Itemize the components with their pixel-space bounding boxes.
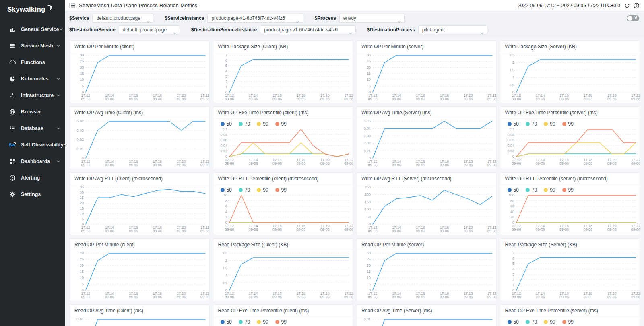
chevron-down-icon bbox=[397, 17, 401, 25]
legend-item-70[interactable]: 70 bbox=[526, 187, 537, 193]
legend-item-90[interactable]: 90 bbox=[257, 319, 268, 325]
chart-canvas[interactable]: 05101520253017:1209-0617:1409-0617:1609-… bbox=[357, 250, 496, 301]
destination-process-select[interactable]: pilot-agent bbox=[418, 25, 487, 34]
legend-dot bbox=[275, 122, 279, 126]
legend-item-99[interactable]: 99 bbox=[275, 121, 287, 127]
sidebar-item-alerting[interactable]: Alerting bbox=[0, 169, 65, 186]
legend-item-50[interactable]: 50 bbox=[221, 187, 232, 193]
legend-item-50[interactable]: 50 bbox=[221, 319, 232, 325]
svg-text:2: 2 bbox=[512, 278, 514, 282]
view-toggle[interactable]: V bbox=[627, 15, 639, 21]
legend-item-70[interactable]: 70 bbox=[239, 319, 250, 325]
svg-text:09-06: 09-06 bbox=[200, 229, 209, 233]
legend-item-90[interactable]: 90 bbox=[544, 121, 555, 127]
chart-canvas[interactable]: 00.010.020.030.0417:1209-0617:1409-0617:… bbox=[70, 118, 209, 169]
chart-canvas[interactable]: 0510152025303517:1209-0617:1409-0617:160… bbox=[70, 184, 209, 235]
svg-text:0.01: 0.01 bbox=[76, 147, 83, 151]
chart-canvas[interactable]: 05010015020025017:1209-0617:1409-0617:16… bbox=[357, 184, 496, 235]
svg-text:09-06: 09-06 bbox=[631, 295, 640, 299]
sidebar-item-database[interactable]: Database bbox=[0, 120, 65, 136]
svg-text:09-06: 09-06 bbox=[296, 295, 305, 299]
svg-text:25: 25 bbox=[367, 257, 371, 261]
chart-title: Write OP RTT Percentile (client) (micros… bbox=[213, 173, 353, 184]
chart-canvas[interactable]: 00.0117:1209-0617:1409-0617:1609-0617:18… bbox=[70, 316, 209, 326]
legend-item-99[interactable]: 99 bbox=[562, 121, 574, 127]
chart-canvas[interactable]: 05101520253017:1209-0617:1409-0617:1609-… bbox=[70, 52, 209, 103]
legend-item-90[interactable]: 90 bbox=[257, 121, 268, 127]
sidebar-item-dashboards[interactable]: Dashboards bbox=[0, 153, 65, 169]
app-logo[interactable]: Skywalking bbox=[0, 0, 65, 21]
legend-item-90[interactable]: 90 bbox=[544, 319, 555, 325]
chart-canvas[interactable]: 05101520253017:1209-0617:1409-0617:1609-… bbox=[70, 250, 209, 301]
legend-item-50[interactable]: 50 bbox=[221, 121, 232, 127]
chart-canvas[interactable]: 0123456717:1209-0617:1409-0617:1609-0617… bbox=[500, 250, 640, 301]
service-instance-select[interactable]: productpage-v1-6b746f74dc-v4fz6 bbox=[207, 14, 303, 23]
refresh-icon[interactable] bbox=[624, 3, 630, 8]
chart-canvas[interactable]: 00.020.040.060.080.117:1209-0617:1409-06… bbox=[500, 127, 640, 167]
chart-canvas[interactable]: 00.511.522.517:1209-0617:1409-0617:1609-… bbox=[213, 250, 353, 301]
svg-text:10: 10 bbox=[80, 78, 84, 82]
sidebar-item-service-mesh[interactable]: Service Mesh bbox=[0, 37, 65, 54]
legend-item-99[interactable]: 99 bbox=[562, 319, 574, 325]
time-range-picker[interactable]: 2022-09-06 17:12 ~ 2022-09-06 17:22 UTC+… bbox=[518, 3, 620, 8]
legend-item-70[interactable]: 70 bbox=[239, 187, 250, 193]
destination-service-instance-select[interactable]: productpage-v1-6b746f74dc-v4fz6 bbox=[260, 25, 356, 34]
grid-icon bbox=[9, 158, 16, 165]
legend-item-70[interactable]: 70 bbox=[239, 121, 250, 127]
legend-dot bbox=[275, 188, 279, 192]
svg-text:09-06: 09-06 bbox=[129, 97, 138, 101]
legend-item-70[interactable]: 70 bbox=[526, 319, 537, 325]
destination-service-select[interactable]: default::productpage bbox=[119, 25, 180, 34]
service-filter-label: $Service bbox=[69, 15, 89, 21]
legend-dot bbox=[526, 320, 530, 324]
svg-text:09-06: 09-06 bbox=[487, 97, 496, 101]
svg-text:10: 10 bbox=[367, 276, 371, 280]
sidebar-item-kubernetes[interactable]: Kubernetes bbox=[0, 70, 65, 87]
info-icon[interactable] bbox=[634, 3, 639, 8]
legend-item-99[interactable]: 99 bbox=[562, 187, 574, 193]
legend-item-70[interactable]: 70 bbox=[526, 121, 537, 127]
chart-canvas[interactable]: 00.0117:1209-0617:1409-0617:1609-0617:18… bbox=[357, 316, 496, 326]
svg-text:09-06: 09-06 bbox=[535, 295, 545, 299]
chart-canvas[interactable]: 05101520253017:1209-0617:1409-0617:1609-… bbox=[357, 52, 496, 103]
chevron-down-icon bbox=[296, 17, 300, 25]
sidebar-collapse-icon[interactable] bbox=[69, 3, 75, 8]
chart-canvas[interactable]: 00.010.020.030.040.0517:1209-0617:1409-0… bbox=[357, 118, 496, 169]
legend-item-99[interactable]: 99 bbox=[275, 319, 287, 325]
svg-text:0.05: 0.05 bbox=[363, 119, 370, 123]
legend-item-50[interactable]: 50 bbox=[508, 187, 519, 193]
chart-body: 5070909900.020.040.060.080.117:1209-0617… bbox=[500, 118, 640, 169]
service-select[interactable]: default::productpage bbox=[92, 14, 153, 23]
chart-canvas[interactable]: 024681017:1209-0617:1409-0617:1609-0617:… bbox=[213, 193, 353, 233]
sidebar-item-general-service[interactable]: General Service bbox=[0, 21, 65, 37]
chart-body: 0123456717:1209-0617:1409-0617:1609-0617… bbox=[213, 52, 353, 103]
chart-canvas[interactable]: 00.020.040.060.080.117:1209-0617:1409-06… bbox=[213, 127, 353, 167]
svg-text:0.01: 0.01 bbox=[76, 317, 83, 321]
sidebar-item-infrastructure[interactable]: Infrastructure bbox=[0, 87, 65, 103]
process-select[interactable]: envoy bbox=[339, 14, 405, 23]
svg-text:09-06: 09-06 bbox=[81, 295, 90, 299]
toggle-label: V bbox=[634, 16, 637, 20]
legend-item-90[interactable]: 90 bbox=[544, 187, 555, 193]
svg-text:09-06: 09-06 bbox=[583, 97, 592, 101]
legend-item-50[interactable]: 50 bbox=[508, 319, 519, 325]
legend-item-90[interactable]: 90 bbox=[257, 187, 268, 193]
chart-body: 50709099024681017:1209-0617:1409-0617:16… bbox=[213, 184, 353, 235]
legend-item-50[interactable]: 50 bbox=[508, 121, 519, 127]
chart-card: Read Package Size (Client) (KB)00.511.52… bbox=[213, 238, 353, 301]
layers-icon bbox=[9, 43, 16, 49]
chart-title: Read OP Exe Time Percentile (client) (ms… bbox=[213, 305, 353, 316]
sidebar-item-functions[interactable]: Functions bbox=[0, 54, 65, 70]
sidebar-item-settings[interactable]: Settings bbox=[0, 186, 65, 202]
chart-canvas[interactable]: 02040608010017:1209-0617:1409-0617:1609-… bbox=[500, 193, 640, 233]
chart-canvas[interactable]: 0123456717:1209-0617:1409-0617:1609-0617… bbox=[213, 52, 353, 103]
chart-canvas[interactable]: 00.511.522.517:1209-0617:1409-0617:1609-… bbox=[500, 52, 640, 103]
legend-item-99[interactable]: 99 bbox=[275, 187, 287, 193]
svg-text:6: 6 bbox=[225, 58, 227, 62]
chart-title: Write OP RTT Percentile (server) (micros… bbox=[500, 173, 640, 184]
sidebar-item-browser[interactable]: Browser bbox=[0, 103, 65, 120]
legend-dot bbox=[275, 320, 279, 324]
sidebar-item-self-observability[interactable]: Sw Self Observability bbox=[0, 136, 65, 153]
svg-text:09-06: 09-06 bbox=[344, 161, 353, 165]
svg-text:09-06: 09-06 bbox=[272, 227, 282, 231]
